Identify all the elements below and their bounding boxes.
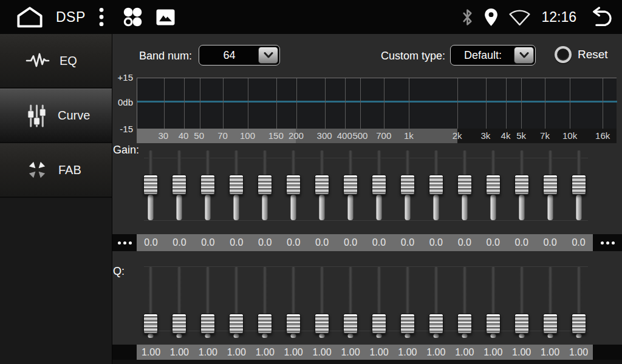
slider-thumb[interactable] <box>343 314 358 334</box>
gain-slider[interactable] <box>337 150 365 221</box>
slider-thumb[interactable] <box>429 175 443 195</box>
chevron-down-icon <box>258 47 278 64</box>
sidebar-item-fab[interactable]: FAB <box>0 143 112 198</box>
slider-thumb[interactable] <box>229 175 244 195</box>
q-slider[interactable] <box>251 265 279 338</box>
slider-thumb[interactable] <box>400 175 415 195</box>
apps-icon[interactable] <box>121 5 144 29</box>
freq-tick-label: 30 <box>159 129 169 143</box>
grid-line <box>276 78 277 129</box>
slider-thumb[interactable] <box>514 314 529 334</box>
menu-kebab-icon[interactable] <box>98 7 105 27</box>
slider-thumb[interactable] <box>486 175 501 195</box>
band-num-select[interactable]: 64 <box>199 45 280 66</box>
reset-button[interactable]: Reset <box>555 46 608 63</box>
slider-track <box>576 267 581 314</box>
slider-thumb[interactable] <box>143 175 158 195</box>
slider-thumb[interactable] <box>315 314 329 334</box>
q-slider[interactable] <box>194 265 222 338</box>
custom-type-label: Custom type: <box>381 50 445 62</box>
q-slider[interactable] <box>450 265 479 338</box>
gain-slider[interactable] <box>251 150 279 221</box>
slider-track <box>576 150 581 175</box>
slider-thumb[interactable] <box>286 314 301 334</box>
gain-slider[interactable] <box>536 150 564 221</box>
sidebar-item-label: EQ <box>60 54 77 68</box>
slider-thumb[interactable] <box>372 175 386 195</box>
gain-slider[interactable] <box>564 150 593 221</box>
q-slider[interactable] <box>222 265 251 338</box>
freq-tick-label: 16k <box>595 129 610 143</box>
q-value: 1.00 <box>251 345 279 360</box>
slider-thumb[interactable] <box>229 314 244 334</box>
sidebar-item-curve[interactable]: Curve <box>0 89 112 143</box>
slider-thumb[interactable] <box>200 314 215 334</box>
slider-thumb[interactable] <box>315 175 329 195</box>
gain-slider[interactable] <box>365 150 394 221</box>
eq-curve-plot <box>137 78 617 129</box>
slider-thumb[interactable] <box>372 314 386 334</box>
slider-thumb[interactable] <box>172 314 186 334</box>
grid-line <box>164 78 165 129</box>
q-slider[interactable] <box>308 265 337 338</box>
sidebar-item-eq[interactable]: EQ <box>0 34 112 89</box>
slider-thumb[interactable] <box>514 175 529 195</box>
q-page-right-button[interactable] <box>593 345 622 360</box>
slider-stem <box>376 334 381 338</box>
q-slider[interactable] <box>165 265 194 338</box>
q-slider[interactable] <box>393 265 422 338</box>
gain-slider[interactable] <box>308 150 337 221</box>
slider-stem <box>519 334 524 338</box>
gain-slider[interactable] <box>479 150 507 221</box>
slider-thumb[interactable] <box>429 314 443 334</box>
slider-thumb[interactable] <box>258 175 272 195</box>
gain-slider[interactable] <box>137 150 165 221</box>
slider-thumb[interactable] <box>457 314 472 334</box>
slider-track <box>377 150 381 175</box>
slider-thumb[interactable] <box>286 175 301 195</box>
slider-thumb[interactable] <box>200 175 215 195</box>
slider-track <box>434 267 438 314</box>
slider-thumb[interactable] <box>543 175 558 195</box>
slider-thumb[interactable] <box>486 314 501 334</box>
slider-track <box>548 150 552 175</box>
freq-tick-label: 2k <box>453 129 462 143</box>
q-slider[interactable] <box>137 265 165 338</box>
gain-page-right-button[interactable] <box>593 234 622 251</box>
slider-thumb[interactable] <box>572 175 586 195</box>
gain-slider[interactable] <box>422 150 450 221</box>
gain-slider[interactable] <box>194 150 222 221</box>
q-slider[interactable] <box>279 265 308 338</box>
q-slider[interactable] <box>337 265 365 338</box>
back-icon[interactable] <box>587 6 615 29</box>
slider-thumb[interactable] <box>400 314 415 334</box>
slider-thumb[interactable] <box>343 175 358 195</box>
gain-slider[interactable] <box>165 150 194 221</box>
custom-type-select[interactable]: Default: <box>450 45 536 66</box>
slider-thumb[interactable] <box>143 314 158 334</box>
slider-thumb[interactable] <box>258 314 272 334</box>
q-slider[interactable] <box>422 265 450 338</box>
q-slider[interactable] <box>365 265 394 338</box>
q-slider[interactable] <box>536 265 564 338</box>
gain-page-left-button[interactable] <box>112 234 137 251</box>
q-slider[interactable] <box>479 265 507 338</box>
gain-slider[interactable] <box>279 150 308 221</box>
slider-thumb[interactable] <box>543 314 558 334</box>
q-page-left-button[interactable] <box>112 345 137 360</box>
gain-slider[interactable] <box>222 150 251 221</box>
gallery-icon[interactable] <box>156 9 175 25</box>
chevron-down-icon <box>514 47 534 64</box>
slider-thumb[interactable] <box>172 175 186 195</box>
gain-slider[interactable] <box>450 150 479 221</box>
slider-thumb[interactable] <box>572 314 586 334</box>
gain-value: 0.0 <box>536 234 564 251</box>
q-slider[interactable] <box>564 265 593 338</box>
gain-slider[interactable] <box>393 150 422 221</box>
slider-stem <box>262 195 268 220</box>
q-values-strip: 1.001.001.001.001.001.001.001.001.001.00… <box>137 345 593 360</box>
slider-thumb[interactable] <box>457 175 472 195</box>
gain-slider[interactable] <box>507 150 536 221</box>
q-slider[interactable] <box>507 265 536 338</box>
home-icon[interactable] <box>16 6 44 28</box>
